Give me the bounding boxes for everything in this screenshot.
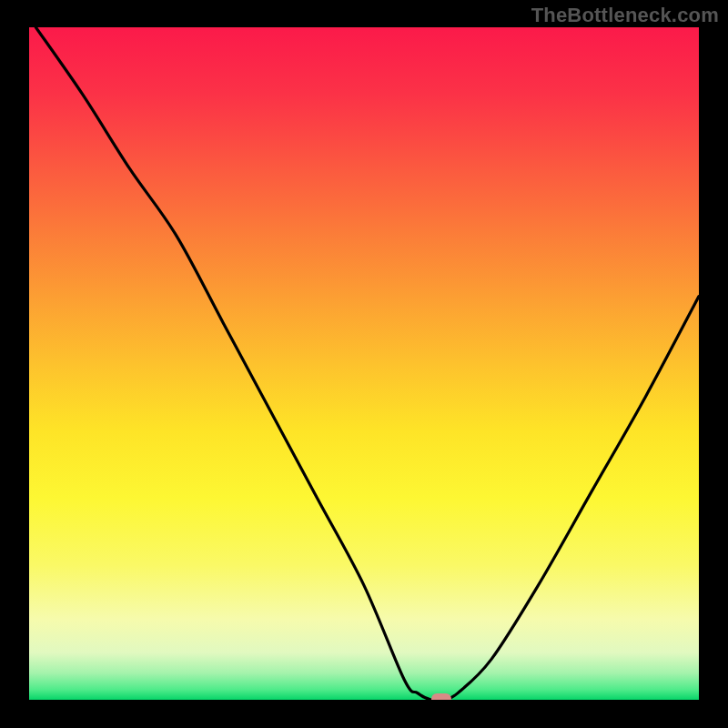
optimal-marker — [431, 693, 451, 700]
chart-svg — [29, 27, 699, 700]
watermark-text: TheBottleneck.com — [531, 4, 719, 27]
plot-area — [29, 27, 699, 700]
chart-frame: TheBottleneck.com — [0, 0, 728, 728]
chart-background — [29, 27, 699, 700]
